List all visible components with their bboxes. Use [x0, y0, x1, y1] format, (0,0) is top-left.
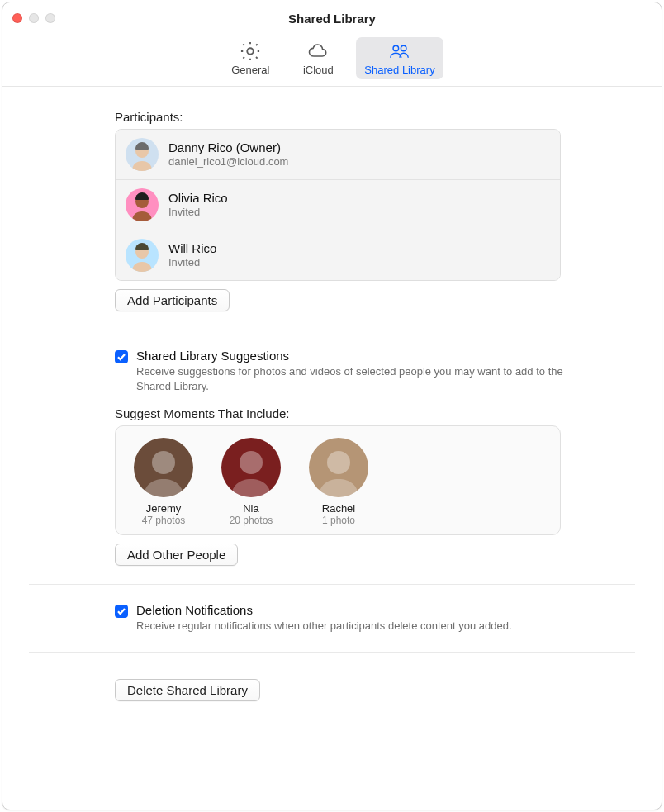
person-photo-count: 1 photo: [322, 515, 355, 526]
suggested-person[interactable]: Rachel1 photo: [304, 438, 373, 526]
add-other-people-button[interactable]: Add Other People: [115, 544, 238, 566]
deletion-title: Deletion Notifications: [136, 603, 512, 617]
participant-sub: Invited: [168, 206, 228, 220]
svg-point-8: [327, 451, 350, 474]
svg-point-7: [240, 451, 263, 474]
suggestions-desc: Receive suggestions for photos and video…: [136, 364, 566, 393]
settings-window: Shared Library General iCloud Shared Lib…: [2, 2, 662, 810]
tab-shared-library[interactable]: Shared Library: [356, 37, 443, 79]
face-avatar: [309, 438, 368, 497]
titlebar: Shared Library: [2, 2, 662, 34]
tab-shared-library-label: Shared Library: [364, 64, 434, 76]
participant-sub: Invited: [168, 256, 216, 270]
divider: [29, 330, 635, 330]
participant-name: Will Rico: [168, 240, 216, 257]
participant-name: Danny Rico (Owner): [168, 140, 288, 156]
svg-point-1: [393, 45, 399, 51]
tab-icloud-label: iCloud: [303, 64, 334, 76]
suggestions-checkbox-row: Shared Library Suggestions Receive sugge…: [115, 349, 635, 393]
tab-general-label: General: [231, 64, 269, 76]
participant-row[interactable]: Danny Rico (Owner)daniel_rico1@icloud.co…: [116, 130, 560, 179]
participant-name: Olivia Rico: [168, 190, 228, 207]
gear-icon: [239, 40, 262, 62]
suggested-person[interactable]: Jeremy47 photos: [129, 438, 198, 526]
participant-row[interactable]: Olivia RicoInvited: [116, 179, 560, 230]
avatar: [126, 188, 159, 221]
svg-point-0: [248, 48, 254, 54]
face-avatar: [134, 438, 193, 497]
avatar: [126, 138, 159, 171]
content-area: Participants: Danny Rico (Owner)daniel_r…: [2, 87, 662, 810]
person-name: Jeremy: [146, 502, 182, 515]
deletion-desc: Receive regular notifications when other…: [136, 619, 512, 634]
add-participants-button[interactable]: Add Participants: [115, 289, 230, 311]
moments-label: Suggest Moments That Include:: [115, 406, 635, 420]
svg-point-6: [152, 451, 175, 474]
divider: [29, 652, 635, 653]
participant-sub: daniel_rico1@icloud.com: [168, 155, 288, 169]
suggestions-title: Shared Library Suggestions: [136, 349, 566, 363]
divider: [29, 584, 635, 585]
person-photo-count: 47 photos: [142, 515, 186, 526]
cloud-icon: [306, 40, 330, 62]
avatar: [126, 239, 159, 272]
tab-icloud[interactable]: iCloud: [288, 37, 348, 79]
svg-point-2: [401, 45, 406, 51]
person-photo-count: 20 photos: [230, 515, 273, 526]
participants-list: Danny Rico (Owner)daniel_rico1@icloud.co…: [115, 129, 561, 281]
suggestions-checkbox[interactable]: [115, 350, 128, 363]
participants-label: Participants:: [115, 110, 635, 124]
deletion-checkbox[interactable]: [115, 605, 128, 618]
toolbar: General iCloud Shared Library: [2, 34, 662, 87]
face-avatar: [221, 438, 281, 497]
window-title: Shared Library: [2, 12, 662, 26]
suggested-person[interactable]: Nia20 photos: [216, 438, 286, 526]
tab-general[interactable]: General: [221, 37, 280, 79]
suggested-people: Jeremy47 photosNia20 photosRachel1 photo: [115, 425, 561, 535]
people-icon: [388, 40, 411, 62]
deletion-checkbox-row: Deletion Notifications Receive regular n…: [115, 603, 635, 634]
person-name: Nia: [243, 502, 259, 515]
participant-row[interactable]: Will RicoInvited: [116, 230, 560, 280]
person-name: Rachel: [322, 502, 355, 515]
delete-shared-library-button[interactable]: Delete Shared Library: [115, 679, 260, 701]
